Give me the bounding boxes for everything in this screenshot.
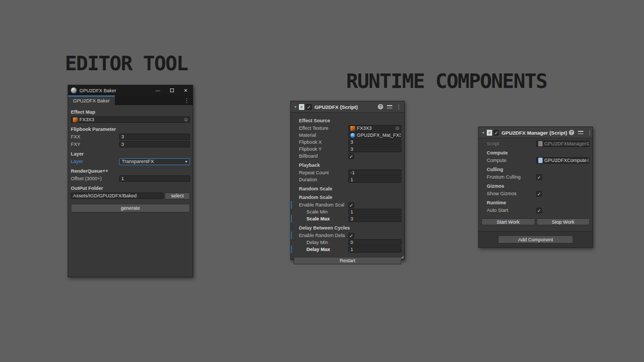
object-picker-icon[interactable]: ⊙: [395, 126, 399, 131]
csharp-script-icon: #: [487, 130, 492, 136]
script-object-field: GPU2DFXManager ⊙: [536, 141, 590, 147]
baker-body: Effect Map FX3X3 ⊙ Flipbook Parameter FX…: [68, 105, 193, 277]
gpu2dfx-component-body: Effect Source Effect Texture FX3X3 ⊙ Mat…: [291, 113, 404, 267]
compute-shader-icon: [538, 158, 543, 163]
baker-window-title: GPU2DFX Baker: [79, 88, 116, 93]
script-value: GPU2DFXManager: [544, 141, 586, 146]
delay-max-input[interactable]: 1: [348, 246, 401, 253]
component-title: GPU2DFX (Script): [314, 104, 358, 110]
foldout-icon[interactable]: ▼: [481, 131, 485, 135]
tab-menu-kebab-icon[interactable]: ⋮: [181, 95, 193, 105]
object-picker-icon[interactable]: ⊙: [184, 117, 188, 122]
delay-min-label: Delay Min: [306, 240, 348, 245]
csharp-script-icon: #: [299, 104, 304, 110]
fxx-label: FXX: [71, 134, 119, 139]
frustum-culling-label: Frustum Culling: [487, 174, 536, 180]
repeat-count-label: Repeat Count: [299, 170, 348, 175]
flipbook-x-input[interactable]: 3: [348, 139, 401, 145]
frustum-culling-checkbox[interactable]: ✓: [536, 174, 542, 180]
fxy-label: FXY: [71, 142, 119, 147]
scale-min-input[interactable]: 1: [348, 209, 401, 215]
compute-value: GPU2DFXCompute: [544, 158, 587, 163]
fxx-input[interactable]: 3: [119, 134, 190, 140]
culling-header: Culling: [479, 167, 592, 172]
object-picker-icon: ⊙: [586, 142, 590, 146]
flipbook-x-label: Flipbook X: [299, 139, 348, 145]
component-menu-kebab-icon[interactable]: ⋮: [396, 104, 401, 110]
enable-random-delay-checkbox[interactable]: ✓: [348, 233, 354, 239]
add-component-area: Add Component: [479, 232, 592, 247]
help-icon[interactable]: ?: [378, 104, 383, 109]
delay-max-label: Delay Max: [306, 247, 348, 252]
enable-random-scale-checkbox[interactable]: ✓: [348, 202, 354, 208]
renderqueue-header: RenderQueue++: [68, 168, 193, 174]
component-enabled-checkbox[interactable]: ✓: [306, 104, 312, 110]
minimize-button[interactable]: —: [151, 85, 165, 95]
foldout-icon[interactable]: ▼: [294, 105, 297, 109]
duration-input[interactable]: 1: [348, 176, 401, 183]
tab-gpu2dfx-baker[interactable]: GPU2DFX Baker: [68, 95, 115, 105]
runtime-components-heading: RUNTIME COMPONENTS: [346, 70, 547, 93]
baker-titlebar[interactable]: GPU2DFX Baker — ✕: [68, 85, 193, 95]
compute-header: Compute: [479, 150, 592, 156]
output-path-input[interactable]: Assets/IGD/GPU2DFX/Baked: [71, 193, 164, 199]
effect-map-header: Effect Map: [68, 109, 193, 115]
manager-inspector: ▼ # ✓ GPU2DFX Manager (Script) ? ⋮ Scrip…: [478, 127, 593, 248]
duration-label: Duration: [299, 177, 348, 182]
manager-component-header[interactable]: ▼ # ✓ GPU2DFX Manager (Script) ? ⋮: [479, 127, 592, 138]
output-folder-header: OutPut Folder: [68, 186, 193, 191]
auto-start-checkbox[interactable]: ✓: [536, 208, 542, 213]
unity-logo-icon: [71, 87, 77, 93]
scale-min-label: Scale Min: [306, 209, 348, 215]
compute-object-field[interactable]: GPU2DFXCompute ⊙: [536, 157, 590, 164]
material-object-field[interactable]: GPU2DFX_Mat_FX3X3 ⊙: [348, 132, 401, 138]
scale-max-input[interactable]: 3: [348, 216, 401, 222]
help-icon[interactable]: ?: [569, 130, 574, 135]
scale-max-label: Scale Max: [306, 216, 348, 221]
show-gizmos-checkbox[interactable]: ✓: [536, 191, 542, 197]
script-file-icon: [538, 141, 543, 146]
add-component-button[interactable]: Add Component: [498, 235, 573, 243]
component-enabled-checkbox[interactable]: ✓: [494, 130, 499, 136]
layer-dropdown[interactable]: TransparentFX ▾: [119, 158, 190, 165]
preset-icon[interactable]: [578, 130, 583, 135]
resize-grip-icon[interactable]: [400, 255, 404, 258]
material-sphere-icon: [350, 133, 355, 138]
maximize-button[interactable]: [165, 85, 179, 95]
stop-work-button[interactable]: Stop Work: [537, 218, 590, 225]
material-label: Material: [299, 132, 348, 138]
effect-texture-object-field[interactable]: FX3X3 ⊙: [348, 125, 401, 131]
gpu2dfx-component: ▼ # ✓ GPU2DFX (Script) ? ⋮ Effect Source…: [290, 101, 405, 260]
component-menu-kebab-icon[interactable]: ⋮: [587, 130, 592, 136]
chevron-down-icon: ▾: [185, 159, 187, 164]
show-gizmos-label: Show Gizmos: [487, 191, 536, 196]
repeat-count-input[interactable]: -1: [348, 169, 401, 176]
flipbook-y-label: Flipbook Y: [299, 146, 348, 152]
offset-input[interactable]: 1: [119, 175, 190, 182]
flipbook-y-input[interactable]: 3: [348, 146, 401, 152]
effect-texture-value: FX3X3: [357, 125, 372, 131]
random-scale-group-header: Random Scale: [291, 195, 404, 200]
generate-button[interactable]: generate: [71, 204, 190, 212]
offset-label: Offset (3000+): [71, 176, 119, 181]
baker-tabbar: GPU2DFX Baker ⋮: [68, 95, 193, 105]
desktop-background: { "headings": { "editor_tool": "EDITOR T…: [0, 0, 644, 362]
delay-min-input[interactable]: 0: [348, 239, 401, 246]
gizmos-header: Gizmos: [479, 183, 592, 189]
maximize-icon: [170, 88, 174, 92]
effect-map-object-field[interactable]: FX3X3 ⊙: [71, 116, 190, 123]
material-value: GPU2DFX_Mat_FX3X3: [357, 132, 401, 138]
object-picker-icon[interactable]: ⊙: [587, 158, 590, 163]
close-button[interactable]: ✕: [179, 85, 193, 95]
gpu2dfx-manager-component: ▼ # ✓ GPU2DFX Manager (Script) ? ⋮ Scrip…: [479, 127, 592, 232]
preset-icon[interactable]: [387, 104, 392, 109]
start-work-button[interactable]: Start Work: [481, 218, 535, 225]
fxy-input[interactable]: 3: [119, 141, 190, 147]
editor-tool-heading: EDITOR TOOL: [65, 52, 188, 75]
restart-button[interactable]: Restart: [294, 257, 401, 264]
gpu2dfx-component-header[interactable]: ▼ # ✓ GPU2DFX (Script) ? ⋮: [291, 101, 404, 113]
billboard-checkbox[interactable]: ✓: [348, 153, 354, 159]
select-button[interactable]: select: [165, 193, 190, 200]
runtime-header: Runtime: [479, 200, 592, 205]
baker-window: GPU2DFX Baker — ✕ GPU2DFX Baker ⋮ Effect…: [68, 85, 193, 277]
